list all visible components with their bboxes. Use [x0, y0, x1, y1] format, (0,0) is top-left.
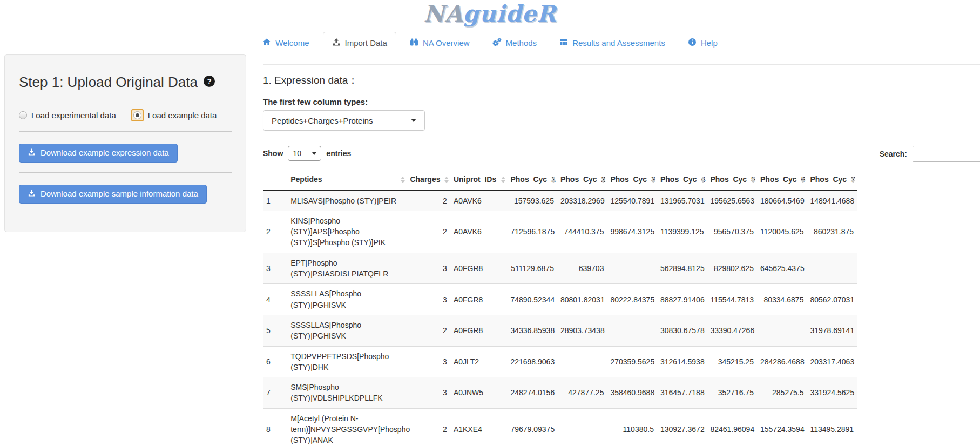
value-cell: 125540.7891	[607, 191, 657, 211]
sort-arrows-icon	[701, 177, 705, 183]
table-row[interactable]: 1MLISAVS[Phospho (STY)]PEIR2A0AVK6157593…	[263, 191, 857, 211]
page-length-select[interactable]: 10	[288, 146, 321, 161]
peptide-cell: EPT[Phospho (STY)]PSIASDISLPIATQELR	[287, 253, 407, 284]
peptide-cell: SSSSLLAS[Phospho (STY)]PGHISVK	[287, 315, 407, 346]
download-icon	[28, 148, 36, 158]
value-cell: 203318.2969	[557, 191, 607, 211]
value-cell: 195625.6563	[707, 191, 757, 211]
index-cell: 2	[263, 211, 287, 253]
charge-cell: 3	[407, 377, 450, 409]
value-cell: 284286.4688	[757, 346, 807, 377]
column-header-index[interactable]	[263, 170, 287, 191]
data-source-radio-group: Load experimental data Load example data	[19, 109, 232, 121]
caret-down-icon	[411, 119, 416, 122]
value-cell: 358460.9688	[607, 377, 657, 409]
value-cell: 248274.0156	[507, 377, 557, 409]
column-header-label: Peptides	[290, 175, 322, 184]
sort-arrows-icon	[444, 177, 449, 183]
value-cell: 860231.875	[807, 211, 857, 253]
column-header-label: Phos_Cyc_5	[710, 175, 755, 184]
value-cell: 829802.625	[707, 253, 757, 284]
column-header-Phos_Cyc_3[interactable]: Phos_Cyc_3	[607, 170, 657, 191]
value-cell: 180664.5469	[757, 191, 807, 211]
main-content: 1. Expression data： The first few column…	[263, 0, 980, 446]
peptide-cell: M[Acetyl (Protein N-term)]NPVYSPGSSGVPY[…	[287, 408, 407, 446]
value-cell: 80222.84375	[607, 284, 657, 315]
table-row[interactable]: 4SSSSLLAS[Phospho (STY)]PGHISVK3A0FGR874…	[263, 284, 857, 315]
value-cell	[607, 315, 657, 346]
index-cell: 5	[263, 315, 287, 346]
page-length-value: 10	[293, 149, 301, 158]
uniprot-cell: A0AVK6	[450, 191, 508, 211]
peptide-cell: MLISAVS[Phospho (STY)]PEIR	[287, 191, 407, 211]
value-cell: 80562.07031	[807, 284, 857, 315]
sort-arrows-icon	[751, 177, 755, 183]
column-header-Charges[interactable]: Charges	[407, 170, 450, 191]
question-icon[interactable]: ?	[203, 75, 215, 91]
column-header-Peptides[interactable]: Peptides	[287, 170, 407, 191]
radio-load-experimental[interactable]: Load experimental data	[19, 111, 116, 120]
index-cell: 4	[263, 284, 287, 315]
value-cell: 345215.25	[707, 346, 757, 377]
value-cell: 744410.375	[557, 211, 607, 253]
column-header-Phos_Cyc_7[interactable]: Phos_Cyc_7	[807, 170, 857, 191]
column-header-Phos_Cyc_5[interactable]: Phos_Cyc_5	[707, 170, 757, 191]
table-row[interactable]: 7SMS[Phospho (STY)]VDLSHIPLKDPLLFK3A0JNW…	[263, 377, 857, 409]
value-cell: 203317.4063	[807, 346, 857, 377]
value-cell: 427877.25	[557, 377, 607, 409]
value-cell: 34336.85938	[507, 315, 557, 346]
value-cell: 79679.09375	[507, 408, 557, 446]
charge-cell: 3	[407, 253, 450, 284]
uniprot-cell: A1KXE4	[450, 408, 508, 446]
show-label: Show	[263, 149, 283, 158]
radio-focus-ring	[131, 109, 144, 121]
value-cell: 110380.5	[607, 408, 657, 446]
column-types-select[interactable]: Peptides+Charges+Proteins	[263, 110, 425, 131]
column-header-Phos_Cyc_4[interactable]: Phos_Cyc_4	[657, 170, 707, 191]
table-row[interactable]: 8M[Acetyl (Protein N-term)]NPVYSPGSSGVPY…	[263, 408, 857, 446]
search-input[interactable]	[913, 146, 980, 162]
divider	[19, 172, 232, 173]
sort-arrows-icon	[651, 177, 655, 183]
value-cell: 1120045.625	[757, 211, 807, 253]
value-cell: 88827.91406	[657, 284, 707, 315]
sort-arrows-icon	[501, 177, 505, 183]
radio-label: Load experimental data	[31, 111, 116, 120]
table-row[interactable]: 3EPT[Phospho (STY)]PSIASDISLPIATQELR3A0F…	[263, 253, 857, 284]
column-header-Phos_Cyc_6[interactable]: Phos_Cyc_6	[757, 170, 807, 191]
value-cell: 1139399.125	[657, 211, 707, 253]
column-header-Phos_Cyc_2[interactable]: Phos_Cyc_2	[557, 170, 607, 191]
value-cell: 998674.3125	[607, 211, 657, 253]
search-label: Search:	[880, 150, 907, 158]
value-cell: 31978.69141	[807, 315, 857, 346]
upload-panel: Step 1: Upload Original Data ? Load expe…	[4, 54, 246, 232]
charge-cell: 2	[407, 408, 450, 446]
charge-cell: 2	[407, 211, 450, 253]
peptide-cell: SSSSLLAS[Phospho (STY)]PGHISVK	[287, 284, 407, 315]
value-cell: 155724.3594	[757, 408, 807, 446]
divider	[19, 131, 232, 132]
value-cell: 74890.52344	[507, 284, 557, 315]
radio-load-example[interactable]: Load example data	[131, 109, 217, 121]
download-expression-button[interactable]: Download example expression data	[19, 144, 178, 163]
column-header-Uniprot_IDs[interactable]: Uniprot_IDs	[450, 170, 508, 191]
value-cell: 148941.4688	[807, 191, 857, 211]
table-row[interactable]: 2KINS[Phospho (STY)]APS[Phospho (STY)]S[…	[263, 211, 857, 253]
charge-cell: 2	[407, 191, 450, 211]
value-cell: 511129.6875	[507, 253, 557, 284]
column-header-Phos_Cyc_1[interactable]: Phos_Cyc_1	[507, 170, 557, 191]
radio-icon	[19, 111, 27, 119]
value-cell: 352716.75	[707, 377, 757, 409]
button-label: Download example expression data	[40, 148, 169, 158]
table-row[interactable]: 5SSSSLLAS[Phospho (STY)]PGHISVK2A0FGR834…	[263, 315, 857, 346]
svg-text:?: ?	[207, 77, 211, 85]
button-label: Download example sample information data	[40, 189, 198, 199]
value-cell: 270359.5625	[607, 346, 657, 377]
table-row[interactable]: 6TQDPVPPETPSDS[Phospho (STY)]DHK3A0JLT22…	[263, 346, 857, 377]
value-cell: 712596.1875	[507, 211, 557, 253]
value-cell: 956570.375	[707, 211, 757, 253]
value-cell: 562894.8125	[657, 253, 707, 284]
download-sample-info-button[interactable]: Download example sample information data	[19, 185, 207, 204]
charge-cell: 2	[407, 315, 450, 346]
caret-down-icon	[312, 152, 316, 155]
